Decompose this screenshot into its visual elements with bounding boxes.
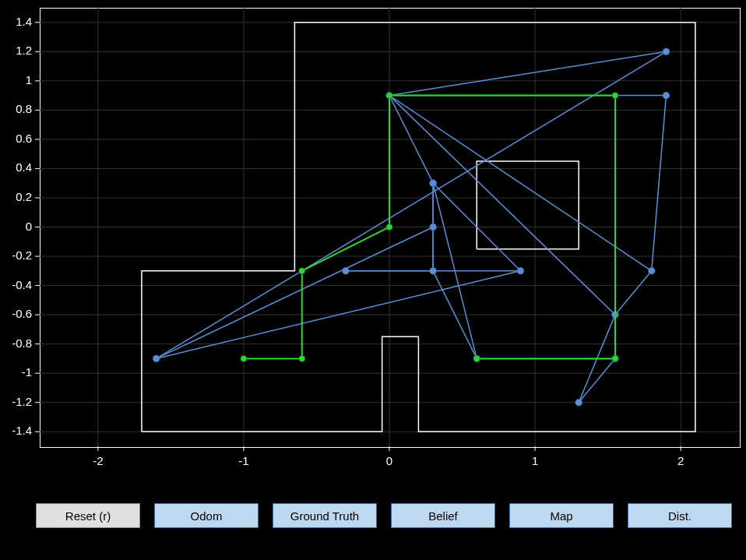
dist-button[interactable]: Dist. xyxy=(628,503,732,528)
map-button[interactable]: Map xyxy=(509,503,614,528)
ground-truth-button[interactable]: Ground Truth xyxy=(273,503,377,528)
odom-point xyxy=(430,224,437,231)
odom-edge xyxy=(389,51,666,95)
y-tick-label: -0.6 xyxy=(12,307,32,320)
ground-truth-path-point xyxy=(299,355,305,361)
odom-point xyxy=(430,267,437,274)
reset-button[interactable]: Reset (r) xyxy=(36,503,140,528)
y-tick-label: 0.8 xyxy=(16,102,32,115)
odom-point xyxy=(663,92,670,99)
odom-edge xyxy=(389,96,652,271)
chart-container: -2-1012-1.4-1.2-1-0.8-0.6-0.4-0.200.20.4… xyxy=(0,0,746,560)
odom-edge xyxy=(157,51,667,358)
ground-truth-path-point xyxy=(386,224,392,231)
y-tick-label: 0.6 xyxy=(16,132,32,145)
odom-edge xyxy=(615,271,652,315)
odom-edge xyxy=(389,96,615,315)
y-tick-label: 0 xyxy=(26,220,32,233)
y-tick-label: 1 xyxy=(26,73,32,86)
odom-point xyxy=(153,355,160,362)
x-tick-label: 0 xyxy=(374,454,405,467)
odom-point xyxy=(663,48,670,55)
y-tick-label: 0.4 xyxy=(16,160,32,174)
odom-point xyxy=(430,180,437,187)
ground-truth-path-point xyxy=(299,268,305,274)
x-tick-label: 1 xyxy=(519,454,551,467)
y-tick-label: -1 xyxy=(22,365,32,379)
odom-point xyxy=(648,267,655,274)
odom-edge xyxy=(579,358,615,402)
odom-button[interactable]: Odom xyxy=(154,503,259,528)
map-inner-box xyxy=(477,161,579,249)
y-tick-label: -0.8 xyxy=(12,336,32,350)
y-tick-label: -0.2 xyxy=(12,248,32,262)
ground-truth-path-point xyxy=(612,93,618,99)
y-tick-label: 1.2 xyxy=(16,44,32,57)
odom-point xyxy=(342,267,349,274)
belief-button[interactable]: Belief xyxy=(391,503,495,528)
y-tick-label: -1.4 xyxy=(12,424,32,437)
plot-svg xyxy=(0,0,746,560)
y-tick-label: -1.2 xyxy=(12,395,32,408)
ground-truth-path-point xyxy=(612,355,618,361)
odom-point xyxy=(575,399,582,406)
y-tick-label: 0.2 xyxy=(16,190,32,203)
x-tick-label: -2 xyxy=(83,454,114,467)
odom-point xyxy=(517,267,524,274)
x-tick-label: 2 xyxy=(665,454,696,467)
button-bar: Reset (r) Odom Ground Truth Belief Map D… xyxy=(0,503,746,528)
y-tick-label: -0.4 xyxy=(12,278,32,291)
y-tick-label: 1.4 xyxy=(16,15,32,28)
ground-truth-path-point xyxy=(386,93,392,99)
ground-truth-path-point xyxy=(473,355,480,361)
ground-truth-path-point xyxy=(241,355,247,361)
x-tick-label: -1 xyxy=(228,454,259,467)
odom-edge xyxy=(652,96,667,271)
